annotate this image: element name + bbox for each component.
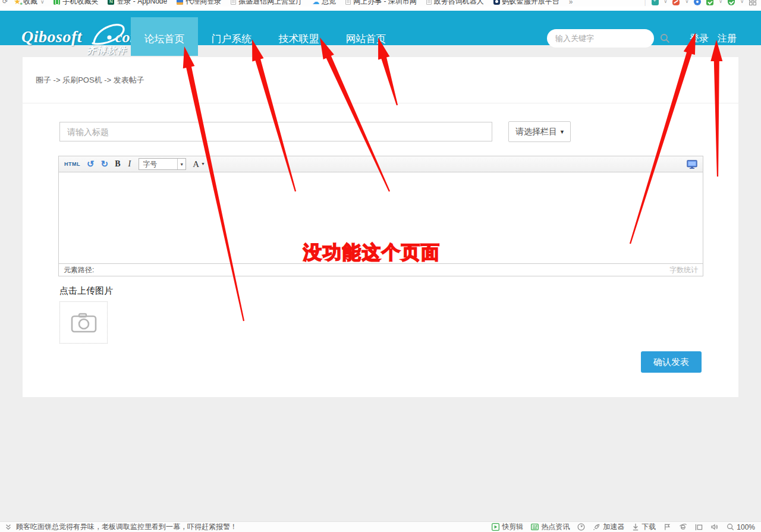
status-news-link[interactable]: 顾客吃面饼总觉得有异味，老板调取监控里看到一幕，吓得赶紧报警！ bbox=[0, 522, 237, 532]
flag-tool[interactable] bbox=[663, 523, 671, 531]
shield-icon[interactable] bbox=[728, 0, 735, 5]
appnode-icon: N bbox=[108, 0, 114, 5]
cloud-icon: ☁ bbox=[312, 0, 319, 6]
confirm-publish-button[interactable]: 确认发表 bbox=[641, 351, 702, 373]
chevron-down-icon[interactable]: ∨ bbox=[664, 0, 668, 4]
html-source-button[interactable]: HTML bbox=[64, 161, 80, 167]
font-color-button[interactable]: A ▼ bbox=[193, 159, 205, 169]
bookmark-label: 政务咨询机器人 bbox=[434, 0, 484, 7]
rocket-icon bbox=[593, 523, 600, 531]
grid-windows-icon[interactable] bbox=[749, 0, 756, 5]
tool-label: 快剪辑 bbox=[502, 522, 523, 532]
nav-tab-site-home[interactable]: 网站首页 bbox=[332, 17, 400, 56]
fullscreen-monitor-icon[interactable] bbox=[687, 160, 697, 169]
chevron-down-icon: ▼ bbox=[201, 162, 205, 166]
site-header: Qibosoft com 齐博软件 论坛首页 门户系统 技术联盟 网站首页 登录… bbox=[0, 11, 761, 45]
news-icon bbox=[531, 523, 539, 531]
chevron-down-icon: ∨ bbox=[40, 0, 45, 5]
speedometer-icon bbox=[577, 523, 585, 531]
bookmark-mobile-favorites[interactable]: 手机收藏夹 bbox=[54, 0, 98, 7]
star-add-icon: ★ bbox=[14, 0, 21, 6]
search-icon[interactable] bbox=[660, 33, 670, 43]
bookmark-label: 收藏 bbox=[23, 0, 37, 7]
italic-button[interactable]: I bbox=[127, 159, 133, 169]
bookmark-appnode[interactable]: N 登录 - AppNode bbox=[108, 0, 167, 7]
divider bbox=[23, 103, 738, 103]
volume-tool[interactable] bbox=[710, 523, 719, 531]
bookmark-label: 代理商登录 bbox=[185, 0, 221, 7]
element-path-label: 元素路径: bbox=[64, 265, 94, 275]
extension-blue-icon[interactable] bbox=[694, 0, 701, 5]
download-tool[interactable]: 下载 bbox=[632, 522, 656, 532]
accelerator-tool[interactable]: 加速器 bbox=[593, 522, 624, 532]
chevron-down-icon: ▼ bbox=[177, 159, 185, 169]
quick-edit-tool[interactable]: 快剪辑 bbox=[492, 522, 523, 532]
upload-image-button[interactable] bbox=[59, 301, 108, 344]
content-card: 圈子 -> 乐刷POS机 -> 发表帖子 请选择栏目 ▼ HTML ↺ ↻ B … bbox=[23, 57, 738, 397]
page-icon bbox=[345, 0, 351, 5]
bookmark-overview[interactable]: ☁ 总览 bbox=[312, 0, 336, 7]
nav-tab-portal-system[interactable]: 门户系统 bbox=[198, 17, 265, 56]
nav-tab-forum-home[interactable]: 论坛首页 bbox=[131, 17, 198, 56]
zoom-level-tool[interactable]: 100% bbox=[727, 523, 755, 531]
chevron-down-icon[interactable]: ∨ bbox=[740, 0, 744, 4]
editor-content-area[interactable] bbox=[59, 172, 703, 263]
font-size-label: 字号 bbox=[139, 159, 177, 169]
ie-icon bbox=[679, 523, 687, 531]
agent-icon bbox=[177, 0, 183, 5]
hot-news-tool[interactable]: 热点资讯 bbox=[531, 522, 570, 532]
main-nav: 论坛首页 门户系统 技术联盟 网站首页 bbox=[131, 17, 400, 56]
sync-icon[interactable]: ⟳ bbox=[2, 0, 8, 5]
redo-icon[interactable]: ↻ bbox=[101, 159, 109, 169]
bookmark-gov-service[interactable]: 网上办事 - 深圳市网 bbox=[345, 0, 417, 7]
bookmark-label: 手机收藏夹 bbox=[62, 0, 98, 7]
bookmark-agent-login[interactable]: 代理商登录 bbox=[177, 0, 221, 7]
extension-red-icon[interactable] bbox=[672, 0, 680, 5]
page-icon bbox=[426, 0, 432, 5]
tool-label: 加速器 bbox=[603, 522, 624, 532]
bold-button[interactable]: B bbox=[115, 159, 120, 169]
header-search bbox=[547, 29, 654, 48]
extension-teal-icon[interactable] bbox=[652, 0, 659, 5]
ie-compat-tool[interactable] bbox=[679, 523, 687, 531]
search-input[interactable] bbox=[555, 34, 660, 43]
bookmark-label: 登录 - AppNode bbox=[117, 0, 167, 7]
bookmark-telecom[interactable]: 振盛通信网上营业厅 bbox=[231, 0, 303, 7]
download-arrow-icon bbox=[632, 523, 639, 531]
font-size-select[interactable]: 字号 ▼ bbox=[139, 158, 186, 170]
camera-icon bbox=[71, 313, 97, 333]
browser-status-bar: 顾客吃面饼总觉得有异味，老板调取监控里看到一幕，吓得赶紧报警！ 快剪辑 热点资讯… bbox=[0, 521, 761, 532]
breadcrumb[interactable]: 圈子 -> 乐刷POS机 -> 发表帖子 bbox=[36, 75, 144, 86]
page-top-gap bbox=[0, 7, 761, 11]
speedometer-tool[interactable] bbox=[577, 523, 585, 531]
chevron-down-icon: ▼ bbox=[559, 129, 565, 135]
browser-bookmarks-bar: ⟳ ★ 收藏 ∨ 手机收藏夹 N 登录 - AppNode 代理商登录 振盛通信… bbox=[0, 0, 761, 7]
undo-icon[interactable]: ↺ bbox=[87, 159, 95, 169]
rich-text-editor: HTML ↺ ↻ B I 字号 ▼ A ▼ 元素路径: 字数统计 bbox=[58, 156, 703, 276]
bookmark-antfin[interactable]: 蚂蚁金服开放平台 bbox=[493, 0, 559, 7]
tool-label: 热点资讯 bbox=[541, 522, 570, 532]
nav-tab-tech-alliance[interactable]: 技术联盟 bbox=[265, 17, 332, 56]
toolbar-separator: | bbox=[644, 0, 646, 6]
chevron-down-icon[interactable]: ∨ bbox=[719, 0, 722, 4]
register-link[interactable]: 注册 bbox=[718, 33, 737, 45]
login-link[interactable]: 登录 bbox=[690, 33, 709, 45]
category-select[interactable]: 请选择栏目 ▼ bbox=[508, 121, 571, 142]
site-logo[interactable]: Qibosoft com 齐博软件 bbox=[21, 24, 140, 56]
bookmark-gov-robot[interactable]: 政务咨询机器人 bbox=[426, 0, 484, 7]
zoom-level-value: 100% bbox=[737, 523, 755, 531]
bookmark-label: 网上办事 - 深圳市网 bbox=[353, 0, 417, 7]
chevron-down-icon[interactable]: ∨ bbox=[685, 0, 688, 4]
bookmark-favorites[interactable]: ★ 收藏 ∨ bbox=[14, 0, 44, 7]
word-count-label[interactable]: 字数统计 bbox=[669, 265, 698, 275]
bookmark-label: 总览 bbox=[322, 0, 336, 7]
chevron-double-down-icon[interactable] bbox=[5, 524, 12, 531]
sidebar-panel-tool[interactable] bbox=[695, 524, 703, 531]
extension-green-icon[interactable] bbox=[706, 0, 713, 5]
editor-statusbar: 元素路径: 字数统计 bbox=[59, 263, 703, 276]
bookmarks-overflow-icon[interactable]: » bbox=[569, 0, 573, 6]
page-icon bbox=[231, 0, 236, 5]
post-title-input[interactable] bbox=[59, 122, 492, 141]
window-panel-icon bbox=[695, 524, 703, 531]
bookmark-label: 振盛通信网上营业厅 bbox=[238, 0, 303, 7]
